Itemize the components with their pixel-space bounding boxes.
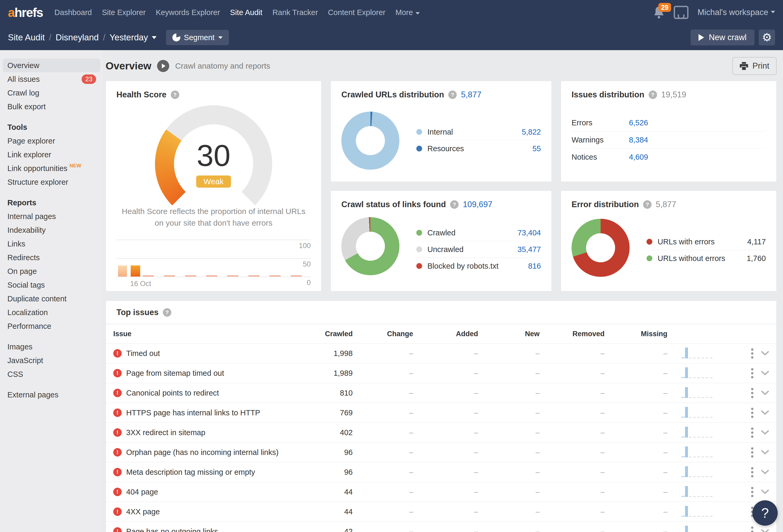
row-expand-chevron-icon[interactable] <box>758 470 769 474</box>
nav-keywords-explorer[interactable]: Keywords Explorer <box>156 8 220 17</box>
help-question-icon[interactable]: ? <box>450 200 459 209</box>
top-issues-title: Top issues <box>117 308 159 317</box>
issue-label: 4XX page <box>126 507 160 516</box>
blocked-count-link[interactable]: 816 <box>528 262 541 270</box>
inbox-tray-icon[interactable] <box>674 6 688 19</box>
issue-label: Page from sitemap timed out <box>126 369 224 378</box>
crawled-value: 769 <box>310 408 353 417</box>
ahrefs-logo[interactable]: ahrefs <box>8 5 43 20</box>
nav-site-explorer[interactable]: Site Explorer <box>102 8 146 17</box>
sidebar-item-bulk-export[interactable]: Bulk export <box>0 100 103 113</box>
col-missing[interactable]: Missing <box>604 330 667 338</box>
nav-rank-tracker[interactable]: Rank Tracker <box>273 8 318 17</box>
crawled-count-link[interactable]: 73,404 <box>518 229 541 237</box>
row-menu-kebab-icon[interactable] <box>746 388 758 398</box>
help-question-icon[interactable]: ? <box>171 91 179 99</box>
removed-value: – <box>540 508 604 516</box>
col-removed[interactable]: Removed <box>540 330 604 338</box>
sidebar-item-all-issues[interactable]: All issues23 <box>0 72 103 86</box>
print-button[interactable]: Print <box>732 57 777 75</box>
row-menu-kebab-icon[interactable] <box>746 527 758 532</box>
workspace-menu[interactable]: Michal's workspace <box>697 8 775 17</box>
sidebar-item-indexability[interactable]: Indexability <box>0 223 103 237</box>
new-crawl-button[interactable]: New crawl <box>691 30 754 45</box>
legend-row-uncrawled: Uncrawled 35,477 <box>416 241 541 258</box>
sidebar-item-performance[interactable]: Performance <box>0 319 103 333</box>
row-expand-chevron-icon[interactable] <box>758 430 769 435</box>
help-question-icon[interactable]: ? <box>643 200 652 209</box>
chevron-down-icon[interactable] <box>152 36 157 39</box>
help-question-icon[interactable]: ? <box>163 308 171 317</box>
row-menu-kebab-icon[interactable] <box>746 368 758 378</box>
page-subtitle[interactable]: Crawl anatomy and reports <box>175 62 270 70</box>
chevron-down-icon <box>218 36 223 39</box>
sidebar-item-on-page[interactable]: On page <box>0 264 103 278</box>
crawled-value: 44 <box>310 507 353 516</box>
sidebar-item-overview[interactable]: Overview <box>3 59 100 72</box>
issue-sparkline <box>681 346 713 361</box>
sidebar-item-link-explorer[interactable]: Link explorer <box>0 148 103 162</box>
sidebar-item-duplicate-content[interactable]: Duplicate content <box>0 292 103 306</box>
notices-count-link[interactable]: 4,609 <box>615 153 648 162</box>
breadcrumb-project[interactable]: Disneyland <box>56 32 99 42</box>
row-menu-kebab-icon[interactable] <box>746 428 758 438</box>
sidebar-item-css[interactable]: CSS <box>0 367 103 381</box>
issues-total: 19,519 <box>661 90 686 99</box>
col-change[interactable]: Change <box>353 330 413 338</box>
segment-dropdown[interactable]: Segment <box>166 30 229 45</box>
help-question-icon[interactable]: ? <box>448 91 457 99</box>
legend-row-urls-with-errors: URLs with errors 4,117 <box>647 234 766 250</box>
errors-count-link[interactable]: 6,526 <box>615 119 648 127</box>
col-issue[interactable]: Issue <box>113 330 131 338</box>
nav-dashboard[interactable]: Dashboard <box>54 8 92 17</box>
sidebar-item-redirects[interactable]: Redirects <box>0 251 103 264</box>
sidebar-item-social-tags[interactable]: Social tags <box>0 278 103 292</box>
row-menu-kebab-icon[interactable] <box>746 348 758 359</box>
play-icon <box>698 34 704 41</box>
sidebar-item-images[interactable]: Images <box>0 340 103 354</box>
sidebar-item-structure-explorer[interactable]: Structure explorer <box>0 175 103 189</box>
resources-count-link[interactable]: 55 <box>532 144 541 153</box>
internal-count-link[interactable]: 5,822 <box>522 128 541 136</box>
breadcrumb-crawl-date[interactable]: Yesterday <box>109 32 148 42</box>
row-menu-kebab-icon[interactable] <box>746 408 758 418</box>
warnings-count-link[interactable]: 8,384 <box>615 136 648 144</box>
sidebar-item-external-pages[interactable]: External pages <box>0 388 103 402</box>
nav-site-audit[interactable]: Site Audit <box>230 8 262 17</box>
sidebar-item-javascript[interactable]: JavaScript <box>0 354 103 367</box>
help-button[interactable]: ? <box>752 500 778 526</box>
sidebar-item-crawl-log[interactable]: Crawl log <box>0 86 103 100</box>
crawled-urls-total[interactable]: 5,877 <box>461 90 481 99</box>
card-title: Error distribution <box>571 200 639 209</box>
col-new[interactable]: New <box>478 330 540 338</box>
sidebar-item-links[interactable]: Links <box>0 237 103 251</box>
sidebar-item-page-explorer[interactable]: Page explorer <box>0 134 103 148</box>
sidebar-heading-tools: Tools <box>0 120 103 134</box>
nav-more[interactable]: More <box>396 8 420 17</box>
row-expand-chevron-icon[interactable] <box>758 410 769 415</box>
row-expand-chevron-icon[interactable] <box>758 450 769 455</box>
sidebar-item-internal-pages[interactable]: Internal pages <box>0 209 103 223</box>
new-value: – <box>478 488 540 496</box>
row-expand-chevron-icon[interactable] <box>758 351 769 356</box>
row-menu-kebab-icon[interactable] <box>746 467 758 477</box>
col-crawled[interactable]: Crawled <box>310 330 353 338</box>
row-menu-kebab-icon[interactable] <box>746 487 758 497</box>
row-expand-chevron-icon[interactable] <box>758 529 769 532</box>
uncrawled-count-link[interactable]: 35,477 <box>518 245 541 254</box>
help-question-icon[interactable]: ? <box>649 91 657 99</box>
row-menu-kebab-icon[interactable] <box>746 447 758 458</box>
nav-content-explorer[interactable]: Content Explorer <box>328 8 385 17</box>
sidebar-item-link-opportunities[interactable]: Link opportunitiesNEW <box>0 162 103 175</box>
play-video-icon[interactable] <box>157 60 169 72</box>
row-expand-chevron-icon[interactable] <box>758 391 769 395</box>
col-added[interactable]: Added <box>413 330 478 338</box>
settings-button[interactable]: ⚙ <box>759 30 775 45</box>
missing-value: – <box>604 528 667 532</box>
breadcrumb-site-audit[interactable]: Site Audit <box>8 32 44 42</box>
notifications-bell-icon[interactable]: 29 <box>653 6 665 19</box>
row-expand-chevron-icon[interactable] <box>758 371 769 375</box>
row-expand-chevron-icon[interactable] <box>758 490 769 494</box>
links-found-total[interactable]: 109,697 <box>463 200 492 209</box>
sidebar-item-localization[interactable]: Localization <box>0 306 103 319</box>
